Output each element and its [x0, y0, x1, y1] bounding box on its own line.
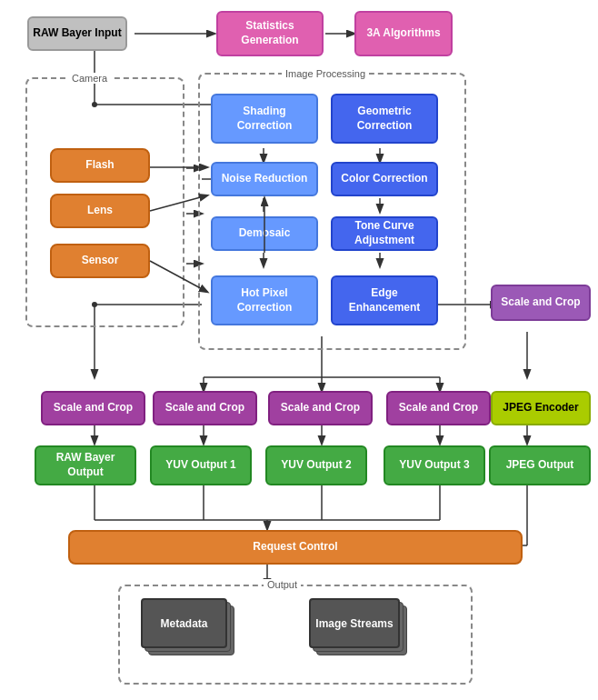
hot-pixel-correction: Hot Pixel Correction — [211, 275, 318, 325]
diagram: RAW Bayer Input Statistics Generation 3A… — [0, 0, 598, 700]
color-correction: Color Correction — [331, 162, 438, 196]
noise-reduction: Noise Reduction — [211, 162, 318, 196]
tone-curve: Tone Curve Adjustment — [331, 216, 438, 251]
statistics-generation: Statistics Generation — [216, 11, 324, 56]
jpeg-encoder: JPEG Encoder — [491, 391, 591, 425]
yuv-output-2: YUV Output 2 — [265, 445, 367, 485]
scale-crop-3: Scale and Crop — [268, 391, 373, 425]
lens: Lens — [50, 194, 150, 228]
demosaic: Demosaic — [211, 216, 318, 251]
scale-crop-4: Scale and Crop — [386, 391, 491, 425]
scale-crop-1: Scale and Crop — [41, 391, 145, 425]
raw-bayer-output: RAW Bayer Output — [35, 445, 136, 485]
3a-algorithms: 3A Algorithms — [354, 11, 453, 56]
yuv-output-1: YUV Output 1 — [150, 445, 252, 485]
scale-crop-2: Scale and Crop — [153, 391, 257, 425]
jpeg-output: JPEG Output — [489, 445, 591, 485]
raw-bayer-input: RAW Bayer Input — [27, 16, 127, 51]
geometric-correction: Geometric Correction — [331, 94, 438, 144]
yuv-output-3: YUV Output 3 — [384, 445, 485, 485]
flash: Flash — [50, 148, 150, 183]
image-processing-label: Image Processing — [282, 68, 369, 79]
shading-correction: Shading Correction — [211, 94, 318, 144]
request-control: Request Control — [68, 530, 523, 565]
image-streams-label: Image Streams — [315, 617, 393, 630]
edge-enhancement: Edge Enhancement — [331, 275, 438, 325]
metadata-label: Metadata — [160, 617, 207, 630]
scale-crop-main: Scale and Crop — [491, 285, 591, 321]
image-streams-stack: Image Streams — [309, 598, 414, 662]
camera-label: Camera — [68, 73, 111, 84]
sensor: Sensor — [50, 244, 150, 278]
metadata-stack: Metadata — [141, 598, 236, 662]
output-label: Output — [264, 579, 301, 590]
